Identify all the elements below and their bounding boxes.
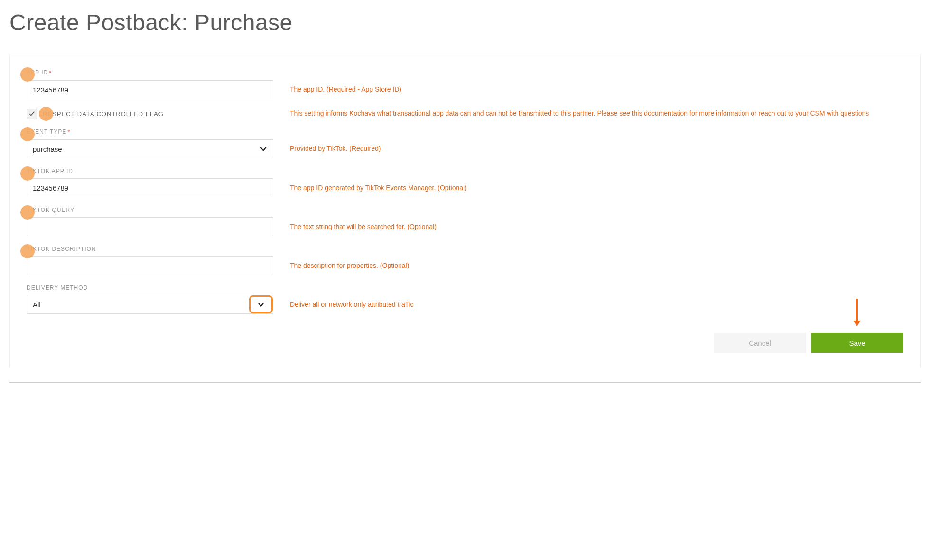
- tiktok-description-label: TIKTOK DESCRIPTION: [27, 246, 273, 252]
- respect-flag-help: This setting informs Kochava what transa…: [290, 109, 903, 119]
- event-type-help: Provided by TikTok. (Required): [290, 144, 903, 154]
- tiktok-description-help: The description for properties. (Optiona…: [290, 261, 903, 271]
- tiktok-query-input[interactable]: [27, 217, 273, 236]
- delivery-method-help: Deliver all or network only attributed t…: [290, 300, 903, 310]
- form-container: APP ID* The app ID. (Required - App Stor…: [9, 55, 921, 367]
- row-delivery-method: DELIVERY METHOD All Deliver all or netwo…: [27, 285, 903, 314]
- tiktok-query-label: TIKTOK QUERY: [27, 207, 273, 213]
- event-type-select[interactable]: purchase: [27, 139, 273, 158]
- event-type-label: EVENT TYPE*: [27, 129, 273, 136]
- page-title: Create Postback: Purchase: [9, 9, 921, 36]
- divider: [9, 382, 921, 383]
- annotation-dot-icon: [39, 107, 53, 121]
- row-event-type: EVENT TYPE* purchase Provided by TikTok.…: [27, 129, 903, 158]
- save-button[interactable]: Save: [811, 333, 903, 353]
- row-tiktok-description: TIKTOK DESCRIPTION The description for p…: [27, 246, 903, 275]
- app-id-label: APP ID*: [27, 69, 273, 76]
- app-id-input[interactable]: [27, 80, 273, 99]
- required-star-icon: *: [49, 69, 52, 76]
- tiktok-app-id-label: TIKTOK APP ID: [27, 168, 273, 174]
- tiktok-query-help: The text string that will be searched fo…: [290, 222, 903, 232]
- check-icon: [28, 110, 35, 117]
- delivery-method-label: DELIVERY METHOD: [27, 285, 273, 291]
- respect-flag-checkbox[interactable]: [27, 109, 37, 119]
- tiktok-app-id-input[interactable]: [27, 178, 273, 197]
- annotation-dot-icon: [20, 166, 35, 181]
- button-row: Cancel Save: [27, 333, 903, 353]
- cancel-button[interactable]: Cancel: [714, 333, 806, 353]
- respect-flag-label: RESPECT DATA CONTROLLED FLAG: [43, 110, 164, 118]
- app-id-help: The app ID. (Required - App Store ID): [290, 84, 903, 94]
- annotation-dot-icon: [20, 205, 35, 220]
- row-tiktok-query: TIKTOK QUERY The text string that will b…: [27, 207, 903, 236]
- tiktok-app-id-help: The app ID generated by TikTok Events Ma…: [290, 183, 903, 193]
- row-respect-flag: RESPECT DATA CONTROLLED FLAG This settin…: [27, 109, 903, 119]
- row-tiktok-app-id: TIKTOK APP ID The app ID generated by Ti…: [27, 168, 903, 197]
- row-app-id: APP ID* The app ID. (Required - App Stor…: [27, 69, 903, 99]
- tiktok-description-input[interactable]: [27, 256, 273, 275]
- delivery-method-select[interactable]: All: [27, 295, 273, 314]
- annotation-dot-icon: [20, 244, 35, 258]
- annotation-dot-icon: [20, 127, 35, 141]
- annotation-dot-icon: [20, 67, 35, 82]
- required-star-icon: *: [67, 129, 70, 136]
